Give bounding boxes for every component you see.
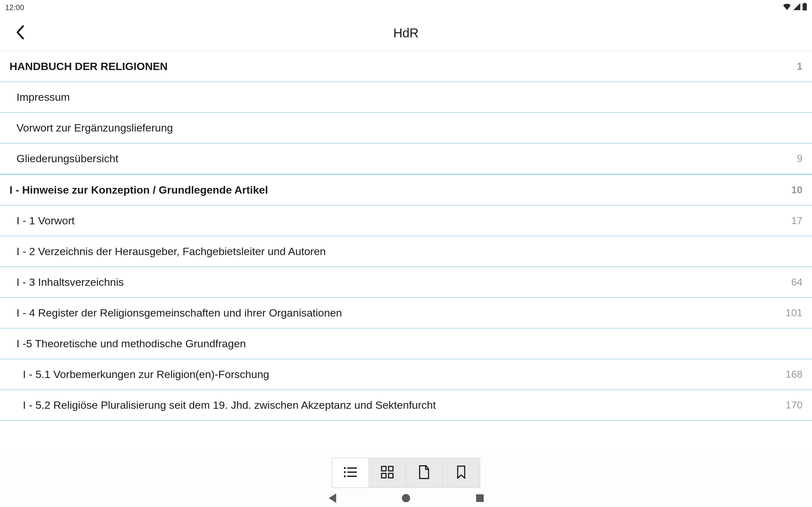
toc-item-title: I - 2 Verzeichnis der Herausgeber, Fachg… bbox=[16, 245, 803, 258]
toc-item-title: I - 3 Inhaltsverzeichnis bbox=[16, 276, 785, 288]
grid-view-button[interactable] bbox=[369, 458, 406, 487]
svg-rect-13 bbox=[476, 494, 484, 502]
status-bar: 12:00 bbox=[0, 0, 812, 15]
status-icons bbox=[783, 3, 807, 12]
svg-point-12 bbox=[402, 494, 410, 502]
bookmark-view-button[interactable] bbox=[443, 458, 479, 487]
toc-item-page: 9 bbox=[797, 153, 803, 164]
list-icon bbox=[344, 466, 357, 479]
list-view-button[interactable] bbox=[333, 458, 369, 487]
svg-rect-0 bbox=[804, 3, 806, 3]
svg-rect-3 bbox=[347, 467, 357, 469]
circle-icon bbox=[401, 493, 411, 504]
toc-item[interactable]: I - 1 Vorwort17 bbox=[0, 206, 812, 236]
toc-item-page: 10 bbox=[791, 184, 803, 196]
toc-item-title: Gliederungsübersicht bbox=[16, 153, 791, 165]
svg-point-6 bbox=[344, 475, 346, 477]
toc-item-title: I -5 Theoretische und methodische Grundf… bbox=[16, 337, 803, 350]
wifi-icon bbox=[783, 3, 791, 12]
svg-rect-9 bbox=[389, 466, 393, 471]
svg-rect-8 bbox=[382, 466, 386, 471]
bottom-area bbox=[0, 455, 812, 507]
app-bar: HdR bbox=[0, 15, 812, 51]
toc-item[interactable]: I - Hinweise zur Konzeption / Grundlegen… bbox=[0, 174, 812, 206]
toc-item-title: HANDBUCH DER RELIGIONEN bbox=[9, 60, 791, 72]
square-icon bbox=[476, 494, 484, 504]
nav-back-button[interactable] bbox=[326, 493, 339, 505]
system-nav-bar bbox=[295, 493, 517, 505]
status-time: 12:00 bbox=[5, 3, 24, 12]
toc-item-title: I - 4 Register der Religionsgemeinschaft… bbox=[16, 307, 779, 319]
bookmark-icon bbox=[456, 465, 466, 480]
toc-item-title: Impressum bbox=[16, 91, 803, 103]
signal-icon bbox=[793, 3, 801, 12]
page-view-button[interactable] bbox=[406, 458, 443, 487]
svg-rect-11 bbox=[389, 473, 393, 478]
svg-rect-10 bbox=[382, 473, 386, 478]
page-icon bbox=[418, 465, 430, 481]
toc-item[interactable]: HANDBUCH DER RELIGIONEN1 bbox=[0, 51, 812, 82]
view-toolbar bbox=[332, 458, 480, 488]
triangle-left-icon bbox=[327, 493, 337, 505]
page-title: HdR bbox=[393, 26, 419, 40]
toc-item[interactable]: I - 5.1 Vorbemerkungen zur Religion(en)-… bbox=[0, 359, 812, 390]
toc-item-title: I - 5.1 Vorbemerkungen zur Religion(en)-… bbox=[23, 368, 779, 381]
toc-list[interactable]: HANDBUCH DER RELIGIONEN1ImpressumVorwort… bbox=[0, 51, 812, 455]
nav-home-button[interactable] bbox=[400, 493, 412, 505]
toc-item[interactable]: I - 2 Verzeichnis der Herausgeber, Fachg… bbox=[0, 236, 812, 267]
toc-item[interactable]: I -5 Theoretische und methodische Grundf… bbox=[0, 329, 812, 359]
toc-item-page: 101 bbox=[786, 307, 803, 319]
toc-item-page: 170 bbox=[786, 399, 803, 411]
toc-item[interactable]: Gliederungsübersicht9 bbox=[0, 144, 812, 174]
svg-point-2 bbox=[344, 467, 346, 469]
toc-item-page: 17 bbox=[791, 215, 803, 227]
toc-item-page: 168 bbox=[786, 369, 803, 380]
svg-point-4 bbox=[344, 471, 346, 473]
toc-item-page: 64 bbox=[791, 276, 803, 288]
toc-item-title: Vorwort zur Ergänzungslieferung bbox=[16, 122, 803, 134]
toc-item-title: I - Hinweise zur Konzeption / Grundlegen… bbox=[9, 184, 785, 196]
toc-item[interactable]: I - 5.2 Religiöse Pluralisierung seit de… bbox=[0, 390, 812, 421]
chevron-left-icon bbox=[16, 25, 25, 41]
svg-rect-5 bbox=[347, 471, 357, 473]
toc-item[interactable]: I - 3 Inhaltsverzeichnis64 bbox=[0, 267, 812, 298]
toc-item-page: 1 bbox=[797, 60, 803, 72]
battery-icon bbox=[803, 3, 807, 12]
toc-item[interactable]: Vorwort zur Ergänzungslieferung bbox=[0, 113, 812, 144]
back-button[interactable] bbox=[13, 25, 28, 41]
toc-item[interactable]: I - 4 Register der Religionsgemeinschaft… bbox=[0, 298, 812, 329]
svg-rect-7 bbox=[347, 475, 357, 477]
nav-recent-button[interactable] bbox=[473, 493, 486, 505]
toc-item[interactable]: Impressum bbox=[0, 82, 812, 113]
toc-item-title: I - 1 Vorwort bbox=[16, 215, 785, 227]
toc-item-title: I - 5.2 Religiöse Pluralisierung seit de… bbox=[23, 399, 779, 411]
svg-rect-1 bbox=[803, 3, 807, 10]
grid-icon bbox=[381, 466, 394, 480]
